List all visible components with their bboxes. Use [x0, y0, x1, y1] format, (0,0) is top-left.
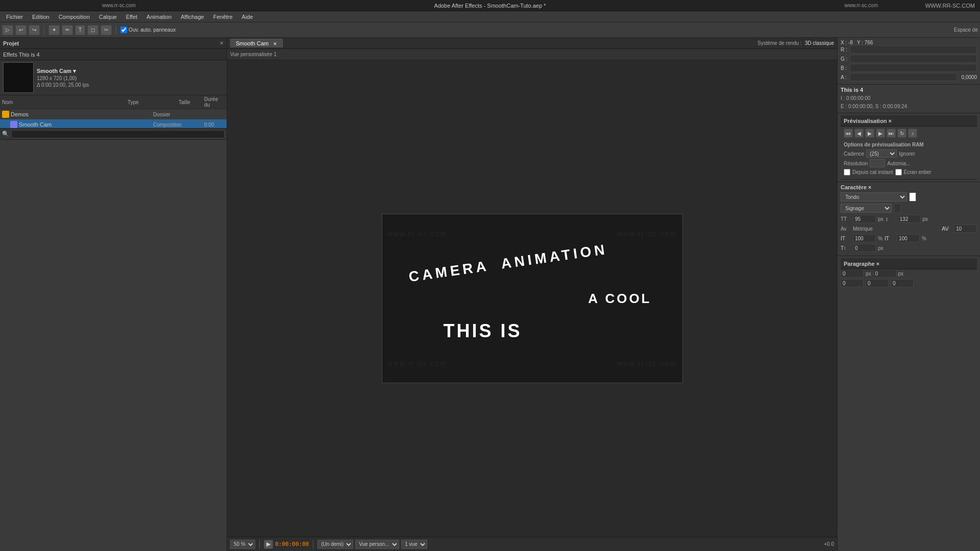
preview-loop[interactable]: ↻	[897, 129, 906, 138]
zoom-select[interactable]: 50 %	[230, 540, 255, 549]
ecran-check[interactable]	[895, 169, 902, 176]
watermark-bl: www.rr-sc.com	[387, 359, 448, 367]
para-row-1: px px	[841, 269, 977, 278]
tree-item[interactable]: Smooth CamComposition0:00	[0, 119, 227, 128]
project-thumbnail	[3, 62, 34, 93]
view-mode-select[interactable]: Vue person...	[355, 540, 399, 549]
tool-move[interactable]: ✦	[48, 25, 60, 35]
menu-edition[interactable]: Edition	[28, 13, 54, 21]
para-row-2	[841, 279, 977, 287]
b-label: B :	[841, 65, 848, 71]
resolution-input[interactable]	[870, 159, 885, 167]
para-px-2: px	[898, 271, 904, 277]
g-input[interactable]	[850, 55, 977, 63]
effects-header: Effets This is 4	[0, 49, 227, 60]
color-row-b: B :	[841, 64, 977, 72]
render-label: Système de rendu :	[757, 40, 802, 46]
tree-header: Nom Type Taille Durée du	[0, 95, 227, 109]
preview-first[interactable]: ⏮	[844, 129, 853, 138]
kern-input[interactable]	[954, 224, 977, 233]
project-header-row: Smooth Cam ▾ 1280 x 720 (1,00) Δ 0:00:10…	[0, 60, 227, 95]
tool-btn-2[interactable]: ↩	[15, 25, 27, 35]
width-input[interactable]	[853, 234, 876, 242]
menu-effet[interactable]: Effet	[122, 13, 141, 21]
tool-btn-1[interactable]: ▷	[2, 25, 13, 35]
baseline-row: T↑ px	[841, 244, 977, 252]
preview-next-frame[interactable]: ▶	[876, 129, 885, 138]
quality-select[interactable]: (Un demi)	[317, 540, 353, 549]
search-input[interactable]	[11, 130, 225, 138]
tool-pen[interactable]: ✏	[62, 25, 73, 35]
tree-item[interactable]: DemosDossier	[0, 109, 227, 119]
r-label: R :	[841, 47, 848, 53]
tool-text[interactable]: T	[75, 25, 85, 35]
leading-input[interactable]	[898, 215, 921, 223]
av2-icon: AV	[942, 226, 952, 232]
b-input[interactable]	[850, 64, 977, 72]
resolution-auto: Automia...	[887, 161, 910, 166]
menu-aide[interactable]: Aide	[238, 13, 257, 21]
title-far-right: WWW.RR-SC.COM	[925, 3, 975, 9]
project-info: Smooth Cam ▾ 1280 x 720 (1,00) Δ 0:00:10…	[37, 68, 224, 88]
font-row: Tondo	[841, 192, 977, 202]
preview-title: Prévisualisation ×	[844, 118, 892, 124]
menu-fenetre[interactable]: Fenêtre	[209, 13, 237, 21]
comp-tab-close[interactable]: ✕	[273, 41, 277, 46]
para-input-5[interactable]	[891, 279, 914, 287]
preview-prev-frame[interactable]: ◀	[854, 129, 864, 138]
project-comp-name: Smooth Cam ▾	[37, 68, 224, 74]
font-color-swatch[interactable]	[909, 192, 916, 202]
project-panel: Projet ✕ Effets This is 4 Smooth Cam ▾ 1…	[0, 38, 227, 140]
depuis-check[interactable]	[844, 169, 850, 176]
para-input-1[interactable]	[841, 269, 864, 278]
menu-affichage[interactable]: Affichage	[177, 13, 208, 21]
cadence-select[interactable]: (25)	[866, 149, 897, 158]
r-input[interactable]	[850, 45, 977, 54]
para-input-2[interactable]	[873, 269, 896, 278]
preview-play[interactable]: ▶	[865, 129, 874, 138]
comp-info-block: This is 4 I : 0:00:00:00 E : 0:00:00:00,…	[838, 85, 980, 113]
play-btn[interactable]: ▶	[264, 540, 273, 549]
effects-label: Effets This is 4	[3, 52, 40, 58]
width-icon: IT	[841, 236, 851, 241]
font-selector[interactable]: Tondo	[841, 192, 907, 202]
tree-item-type: Dossier	[153, 112, 204, 117]
menu-calque[interactable]: Calque	[95, 13, 121, 21]
a-input[interactable]	[850, 73, 957, 81]
comp-header: Smooth Cam ✕ Système de rendu : 3D class…	[227, 38, 837, 49]
tool-shape[interactable]: ◻	[87, 25, 99, 35]
metric-label: Métrique	[853, 226, 940, 232]
coord-x: X : -8	[841, 40, 853, 45]
para-header: Paragraphe ×	[841, 258, 977, 269]
menu-animation[interactable]: Animation	[142, 13, 176, 21]
tool-btn-3[interactable]: ↪	[29, 25, 40, 35]
para-panel: Paragraphe × px px	[838, 256, 980, 291]
style-color-swatch[interactable]	[894, 204, 901, 213]
comp-info-i: I : 0:00:00:00	[841, 94, 977, 103]
comp-tab-smoothcam[interactable]: Smooth Cam ✕	[230, 39, 283, 47]
preview-audio[interactable]: ♪	[908, 129, 917, 138]
baseline-input[interactable]	[853, 244, 876, 252]
auto-open-checkbox[interactable]: Ouv. auto. panneaux	[120, 27, 176, 33]
preview-controls: ⏮ ◀ ▶ ▶ ⏭ ↻ ♪	[841, 127, 977, 140]
menu-fichier[interactable]: Fichier	[2, 13, 27, 21]
para-input-4[interactable]	[866, 279, 889, 287]
workspace-label: Espace de	[954, 27, 978, 33]
preview-last[interactable]: ⏭	[887, 129, 896, 138]
project-panel-title: Projet	[3, 40, 19, 46]
height-input[interactable]	[897, 234, 920, 242]
depuis-label: Depuis cat instant	[852, 169, 893, 175]
comp-info-title: This is 4	[841, 87, 977, 93]
font-size-input[interactable]	[853, 215, 876, 223]
comp-canvas: www.rr-sc.com www.rr-sc.com www.rr-sc.co…	[227, 60, 837, 537]
color-row-a: A : 0,0000	[841, 73, 977, 81]
leading-unit: px	[923, 216, 928, 222]
para-input-3[interactable]	[841, 279, 864, 287]
auto-open-input[interactable]	[120, 27, 127, 33]
style-selector[interactable]: Signage	[841, 204, 892, 213]
menu-composition[interactable]: Composition	[55, 13, 94, 21]
tool-puppet[interactable]: ✂	[101, 25, 112, 35]
views-select[interactable]: 1 vue	[401, 540, 427, 549]
project-panel-close[interactable]: ✕	[219, 40, 224, 46]
canvas-a-cool: A COOL	[588, 291, 651, 307]
